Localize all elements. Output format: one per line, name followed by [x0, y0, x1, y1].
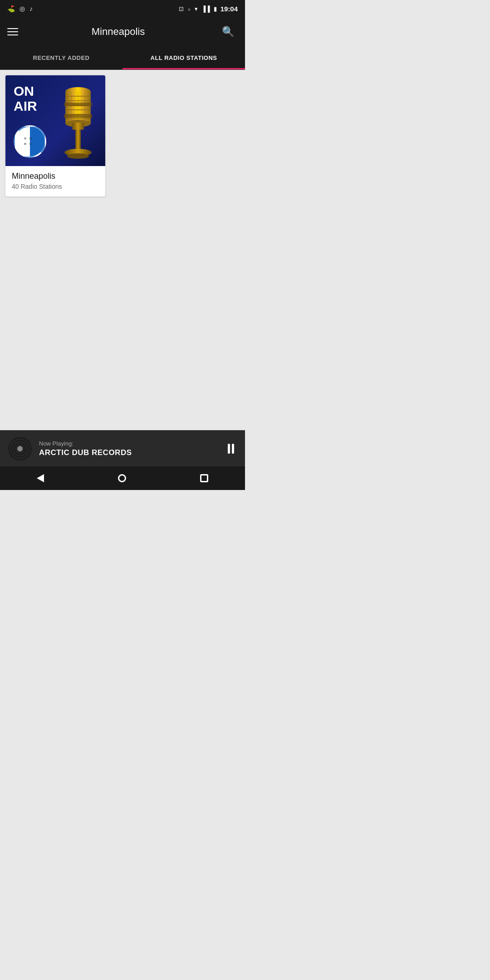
station-count: 40 Radio Stations [12, 183, 99, 190]
content-area: ONAIR ⊞ ⊟ ⊠ ⊡ [0, 70, 245, 430]
status-left-icons: ⛳ ◎ ♪ [7, 5, 33, 12]
recents-icon [200, 474, 208, 482]
home-icon [118, 474, 126, 482]
microphone-icon [55, 80, 101, 162]
station-card[interactable]: ONAIR ⊞ ⊟ ⊠ ⊡ [5, 75, 105, 196]
on-air-text: ONAIR [14, 83, 37, 113]
now-playing-label: Now Playing: [39, 440, 218, 447]
menu-line-3 [7, 34, 18, 35]
station-name: Minneapolis [12, 172, 99, 181]
pause-icon [228, 444, 234, 454]
vinyl-record [7, 436, 33, 461]
svg-rect-22 [64, 114, 92, 118]
svg-rect-17 [72, 122, 84, 130]
nav-bar [0, 466, 245, 490]
now-playing-info: Now Playing: ARCTIC DUB RECORDS [39, 440, 218, 457]
status-right-icons: ⊡ ⬦ ▾ ▐▐ ▮ 19:04 [179, 5, 238, 13]
toolbar-title: Minneapolis [92, 26, 145, 38]
battery-icon: ▮ [214, 5, 217, 12]
menu-line-2 [7, 31, 18, 32]
svg-rect-21 [64, 103, 92, 106]
svg-text:⊞: ⊞ [24, 137, 26, 140]
app-icon-2: ◎ [20, 5, 25, 12]
cellular-icon: ▐▐ [201, 5, 210, 12]
status-time: 19:04 [220, 5, 238, 13]
now-playing-title: ARCTIC DUB RECORDS [39, 448, 218, 457]
status-bar: ⛳ ◎ ♪ ⊡ ⬦ ▾ ▐▐ ▮ 19:04 [0, 0, 245, 17]
cast-icon: ⊡ [179, 5, 184, 12]
station-image: ONAIR ⊞ ⊟ ⊠ ⊡ [5, 75, 105, 166]
svg-text:⊠: ⊠ [24, 142, 26, 145]
tab-recently-added[interactable]: RECENTLY ADDED [0, 46, 122, 69]
search-button[interactable]: 🔍 [218, 22, 238, 41]
toolbar: Minneapolis 🔍 [0, 17, 245, 46]
back-button[interactable] [26, 470, 55, 487]
wifi-icon: ▾ [195, 5, 198, 12]
city-logo: ⊞ ⊟ ⊠ ⊡ [14, 125, 46, 158]
vinyl-center [17, 446, 23, 451]
station-info: Minneapolis 40 Radio Stations [5, 166, 105, 196]
pause-button[interactable] [224, 440, 238, 457]
pause-bar-left [228, 444, 230, 454]
svg-text:⊟: ⊟ [29, 137, 32, 140]
pause-bar-right [232, 444, 234, 454]
app-icon-3: ♪ [29, 5, 33, 12]
signal-boost-icon: ⬦ [187, 5, 191, 12]
now-playing-bar[interactable]: Now Playing: ARCTIC DUB RECORDS [0, 430, 245, 466]
home-button[interactable] [107, 470, 137, 487]
app-icon-1: ⛳ [7, 5, 15, 12]
now-playing-thumbnail [7, 436, 33, 461]
svg-point-20 [67, 153, 89, 159]
menu-line-1 [7, 28, 18, 29]
back-icon [37, 474, 44, 482]
menu-button[interactable] [7, 28, 18, 35]
tab-all-radio-stations[interactable]: ALL RADIO STATIONS [122, 46, 245, 69]
recents-button[interactable] [189, 470, 219, 487]
svg-text:⊡: ⊡ [29, 142, 32, 145]
tab-bar: RECENTLY ADDED ALL RADIO STATIONS [0, 46, 245, 70]
